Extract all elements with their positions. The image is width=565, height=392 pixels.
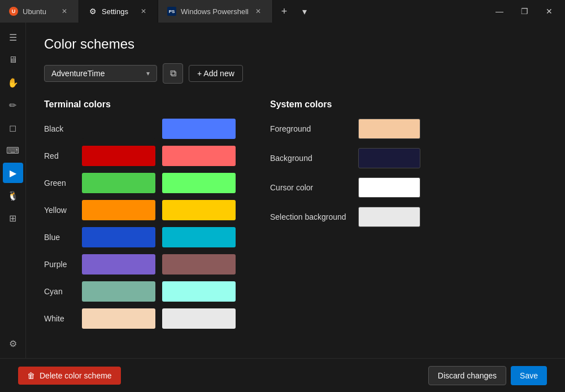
terminal-color-label: Black: [44, 124, 75, 133]
tab-settings[interactable]: ⚙ Settings ✕: [79, 0, 158, 23]
add-new-scheme-button[interactable]: + Add new: [189, 65, 243, 82]
system-color-row: Foreground: [270, 119, 440, 139]
trash-icon: 🗑: [27, 371, 35, 380]
terminal-colors-title: Terminal colors: [44, 99, 236, 110]
scheme-selector-row: AdventureTime ▾ ⧉ + Add new: [44, 63, 547, 84]
terminal-color-bright-swatch[interactable]: [162, 281, 236, 302]
titlebar: U Ubuntu ✕ ⚙ Settings ✕ PS Windows Power…: [0, 0, 565, 23]
terminal-color-normal-swatch[interactable]: [82, 200, 155, 220]
sidebar-item-monitor[interactable]: 🖥: [3, 50, 23, 70]
tab-powershell-label: Windows Powershell: [181, 7, 249, 16]
delete-scheme-button[interactable]: 🗑 Delete color scheme: [18, 367, 121, 385]
tab-powershell[interactable]: PS Windows Powershell ✕: [158, 0, 273, 23]
system-color-label: Background: [270, 154, 349, 163]
new-tab-button[interactable]: +: [273, 0, 295, 23]
sidebar-item-keyboard[interactable]: ⌨: [3, 140, 23, 160]
colors-area: Terminal colors Black Red Green Yellow B…: [44, 99, 547, 345]
terminal-color-row: Red: [44, 146, 236, 166]
chevron-down-icon: ▾: [146, 69, 150, 77]
terminal-color-label: Green: [44, 178, 75, 188]
terminal-color-normal-swatch[interactable]: [82, 227, 155, 247]
terminal-color-normal-swatch[interactable]: [82, 119, 155, 139]
system-color-swatch[interactable]: [358, 177, 420, 198]
terminal-color-label: Cyan: [44, 287, 75, 296]
sidebar-bottom: ⚙: [3, 333, 23, 354]
tab-ubuntu-close[interactable]: ✕: [59, 6, 69, 16]
terminal-color-label: Red: [44, 151, 75, 160]
terminal-color-bright-swatch[interactable]: [162, 173, 236, 193]
system-color-row: Background: [270, 148, 440, 168]
maximize-button[interactable]: ❐: [513, 0, 536, 23]
sidebar-item-extensions[interactable]: ◻: [3, 117, 23, 138]
close-window-button[interactable]: ✕: [538, 0, 560, 23]
system-color-swatch[interactable]: [358, 119, 420, 139]
system-color-swatch[interactable]: [358, 207, 420, 227]
terminal-color-row: Blue: [44, 227, 236, 247]
terminal-color-row: Black: [44, 119, 236, 139]
add-new-label: + Add new: [197, 69, 234, 78]
terminal-color-row: Green: [44, 173, 236, 193]
discard-label: Discard changes: [438, 371, 497, 380]
terminal-color-normal-swatch[interactable]: [82, 173, 155, 193]
delete-label: Delete color scheme: [40, 371, 112, 380]
sidebar: ☰ 🖥 ✋ ✏ ◻ ⌨ ▶ 🐧 ⊞ ⚙: [0, 23, 26, 358]
system-colors-section: System colors Foreground Background Curs…: [270, 99, 440, 345]
system-colors-title: System colors: [270, 99, 440, 110]
terminal-color-normal-swatch[interactable]: [82, 146, 155, 166]
terminal-color-bright-swatch[interactable]: [162, 254, 236, 275]
terminal-color-label: Yellow: [44, 206, 75, 215]
system-color-rows: Foreground Background Cursor color Selec…: [270, 119, 440, 227]
tab-ubuntu-label: Ubuntu: [23, 7, 46, 16]
duplicate-scheme-button[interactable]: ⧉: [163, 63, 183, 84]
terminal-color-bright-swatch[interactable]: [162, 119, 236, 139]
terminal-color-bright-swatch[interactable]: [162, 146, 236, 166]
terminal-color-label: Blue: [44, 233, 75, 242]
main-layout: ☰ 🖥 ✋ ✏ ◻ ⌨ ▶ 🐧 ⊞ ⚙ Color schemes Advent…: [0, 23, 565, 358]
sidebar-item-apps[interactable]: ⊞: [3, 208, 23, 228]
tab-bar: U Ubuntu ✕ ⚙ Settings ✕ PS Windows Power…: [0, 0, 484, 23]
scheme-current-value: AdventureTime: [51, 69, 105, 78]
ubuntu-tab-icon: U: [9, 7, 18, 16]
system-color-row: Cursor color: [270, 177, 440, 198]
system-color-label: Selection background: [270, 212, 349, 221]
terminal-color-row: White: [44, 308, 236, 329]
save-button[interactable]: Save: [511, 366, 547, 385]
terminal-color-bright-swatch[interactable]: [162, 308, 236, 329]
terminal-color-label: White: [44, 314, 75, 323]
discard-changes-button[interactable]: Discard changes: [428, 366, 506, 385]
sidebar-item-touch[interactable]: ✋: [3, 72, 23, 93]
terminal-color-bright-swatch[interactable]: [162, 200, 236, 220]
tab-dropdown-button[interactable]: ▾: [295, 0, 314, 23]
system-color-label: Cursor color: [270, 183, 349, 192]
tab-settings-close[interactable]: ✕: [138, 6, 149, 16]
window-controls: — ❐ ✕: [484, 0, 565, 23]
scheme-dropdown[interactable]: AdventureTime ▾: [44, 65, 157, 82]
terminal-color-label: Purple: [44, 260, 75, 269]
minimize-button[interactable]: —: [488, 0, 511, 23]
sidebar-item-terminal[interactable]: ▶: [3, 163, 23, 183]
sidebar-item-edit[interactable]: ✏: [3, 95, 23, 115]
duplicate-icon: ⧉: [170, 68, 176, 79]
content-area: Color schemes AdventureTime ▾ ⧉ + Add ne…: [26, 23, 565, 358]
save-label: Save: [520, 371, 538, 380]
sidebar-item-ubuntu[interactable]: 🐧: [3, 185, 23, 206]
tab-ubuntu[interactable]: U Ubuntu ✕: [0, 0, 79, 23]
terminal-color-rows: Black Red Green Yellow Blue Purple Cyan: [44, 119, 236, 329]
terminal-color-normal-swatch[interactable]: [82, 308, 155, 329]
sidebar-item-settings[interactable]: ⚙: [3, 333, 23, 354]
terminal-color-row: Yellow: [44, 200, 236, 220]
settings-tab-icon: ⚙: [88, 7, 97, 16]
terminal-color-bright-swatch[interactable]: [162, 227, 236, 247]
powershell-tab-icon: PS: [167, 7, 176, 16]
tab-settings-label: Settings: [102, 7, 128, 16]
system-color-label: Foreground: [270, 124, 349, 133]
terminal-color-row: Purple: [44, 254, 236, 275]
terminal-color-normal-swatch[interactable]: [82, 281, 155, 302]
sidebar-item-menu[interactable]: ☰: [3, 27, 23, 47]
terminal-colors-section: Terminal colors Black Red Green Yellow B…: [44, 99, 236, 345]
system-color-swatch[interactable]: [358, 148, 420, 168]
page-title: Color schemes: [44, 36, 547, 52]
terminal-color-normal-swatch[interactable]: [82, 254, 155, 275]
tab-powershell-close[interactable]: ✕: [253, 6, 263, 16]
bottom-actions: Discard changes Save: [428, 366, 547, 385]
